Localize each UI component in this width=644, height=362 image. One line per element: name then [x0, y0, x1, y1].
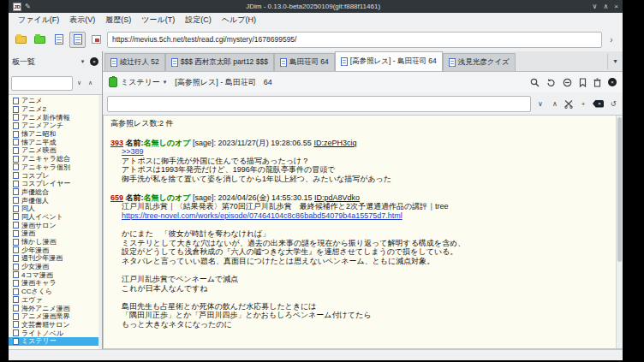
reload-icon[interactable] [546, 78, 556, 87]
post-text-line: かにまた 「彼女が時計を奪わなければ」 [122, 229, 614, 239]
board-document-icon [13, 305, 19, 312]
board-document-icon [13, 131, 19, 138]
app-icon: JD [13, 3, 21, 11]
maximize-button[interactable]: ∧ [603, 3, 608, 10]
url-link[interactable]: https://tree-novel.com/works/episode/074… [122, 211, 614, 221]
title-bar[interactable]: JD ✎ JDim - 0.13.0-beta20250109(git:f888… [9, 0, 623, 13]
post-mail: [sage]: [193, 139, 216, 147]
board-document-icon [13, 296, 19, 303]
sidebar-search-up-icon[interactable]: ∧ [86, 80, 95, 86]
thread-tab[interactable]: [高参照レス] - 島田荘司 64 [335, 51, 443, 71]
post-name-label: 名前: [126, 193, 144, 202]
board-document-icon [13, 321, 19, 328]
post-text-line: 江戸川乱歩賞でペンネームで減点 [122, 275, 614, 284]
anchor-link[interactable]: >>389 [122, 147, 614, 157]
clear-entry-icon[interactable]: × [593, 100, 604, 108]
minimize-button[interactable]: ∨ [593, 3, 598, 10]
board-document-icon [13, 313, 19, 320]
board-document-icon [13, 147, 19, 154]
post-id-link[interactable]: ID:zePH3ciq [313, 139, 356, 147]
image-view-button[interactable] [88, 32, 104, 48]
sidebar-close-icon[interactable]: × [90, 57, 98, 66]
thread-tab[interactable]: $$$ 西村京太郎 part12 $$$ [165, 53, 274, 71]
board-document-icon [13, 197, 19, 204]
sidebar-filter-input[interactable] [11, 76, 73, 91]
desktop-background: JD ✎ JDim - 0.13.0-beta20250109(git:f888… [0, 0, 644, 362]
board-document-icon [13, 106, 19, 113]
folder-yellow-icon [15, 36, 27, 44]
tab-overflow-icon[interactable]: ▾ [607, 54, 623, 69]
post-datetime: 2023/11/27(月) 19:28:06.55 [218, 139, 311, 147]
board-document-icon [13, 172, 19, 179]
thread-search-row: ∨ ∧ + × ↺ [103, 92, 623, 115]
board-document-icon [13, 181, 19, 187]
close-thread-icon[interactable]: × [608, 78, 617, 86]
scissors-icon[interactable] [564, 99, 574, 109]
jdim-window: JD ✎ JDim - 0.13.0-beta20250109(git:f888… [9, 0, 623, 360]
chevron-down-icon[interactable]: ▾ [164, 79, 167, 86]
thread-scrollbar[interactable] [616, 116, 623, 348]
menu-item-3[interactable]: ツール(T) [137, 14, 179, 27]
post-id-link[interactable]: ID:pdA8Vdko [314, 193, 360, 202]
thread-tab[interactable]: 浅見光彦クイズ [443, 53, 516, 71]
trash-icon[interactable] [593, 78, 601, 87]
board-document-icon [13, 264, 19, 270]
search-icon[interactable] [530, 78, 540, 87]
post-number-link[interactable]: 659 [110, 193, 123, 202]
menu-item-2[interactable]: 履歴(S) [101, 14, 135, 27]
thread-view: 高参照レス数:2 件393 名前:名無しのオプ [sage]: 2023/11/… [103, 115, 623, 349]
open-board-list-button[interactable] [13, 32, 29, 48]
board-name-dropdown[interactable]: ミステリー [121, 77, 160, 88]
menu-item-0[interactable]: ファイル(F) [14, 14, 63, 27]
thread-search-input[interactable] [107, 96, 531, 112]
url-go-button[interactable]: › [605, 32, 618, 48]
board-document-icon [13, 222, 19, 228]
window-controls: ∨ ∧ × [593, 3, 618, 10]
post-number-link[interactable]: 393 [110, 139, 123, 147]
tab-label: 島田荘司 64 [289, 57, 329, 68]
thread-title: [高参照レス] - 島田荘司 64 [175, 77, 271, 88]
post-text-line: 「隅田川正歩」とか「芦田川四歩」とかおもしろペンネーム付けてたら [122, 311, 614, 320]
status-bar [9, 349, 623, 360]
search-down-icon[interactable]: ∨ [535, 100, 546, 108]
board-list-item[interactable]: ミステリー [9, 337, 102, 346]
board-document-icon [13, 255, 19, 262]
tab-document-icon [341, 57, 348, 66]
sidebar-dropdown-icon[interactable]: ▾ [78, 58, 87, 65]
main-pane: 綾辻行人 52$$$ 西村京太郎 part12 $$$島田荘司 64[高参照レス… [103, 51, 623, 349]
add-filter-icon[interactable]: + [578, 100, 588, 108]
board-document-icon [13, 288, 19, 295]
menu-item-5[interactable]: ヘルプ(H) [218, 14, 260, 27]
open-favorites-button[interactable] [32, 32, 48, 48]
thread-view-button[interactable] [69, 32, 86, 48]
board-list: アニメアニメ2アニメ新作情報アニメアンチ懐アニ昭和懐アニ平成アニメ映画アニキャラ… [9, 94, 102, 349]
close-button[interactable]: × [614, 3, 618, 10]
stop-icon[interactable] [563, 78, 572, 87]
board-document-icon [13, 230, 19, 237]
bookmark-icon[interactable] [579, 78, 587, 87]
post-text-line: ミステリとして大きな穴はないが、過去の出来事の謎を現在から振り返って解明する構成… [122, 239, 614, 248]
tab-document-icon [110, 58, 117, 67]
board-favicon-icon [109, 77, 117, 87]
thread-tab[interactable]: 島田荘司 64 [274, 53, 335, 71]
sidebar-scrollbar[interactable] [98, 95, 102, 349]
thread-summary: 高参照レス数:2 件 [110, 119, 614, 128]
undo-icon[interactable]: ↺ [608, 100, 618, 108]
scrollbar-thumb[interactable] [617, 117, 622, 262]
pin-icon[interactable]: ✎ [25, 3, 31, 10]
url-input[interactable] [107, 32, 602, 48]
menu-item-4[interactable]: 設定(C) [181, 14, 216, 27]
board-document-icon [13, 329, 19, 336]
sidebar-search-row: ∨ ∧ [9, 72, 102, 94]
thread-tab[interactable]: 綾辻行人 52 [104, 53, 165, 71]
image-icon [92, 35, 101, 44]
search-up-icon[interactable]: ∧ [550, 100, 560, 108]
post-datetime: 2024/04/26(金) 14:55:30.15 [218, 193, 312, 202]
board-view-button[interactable] [51, 32, 67, 48]
menu-item-1[interactable]: 表示(V) [65, 14, 99, 27]
sidebar-search-down-icon[interactable]: ∨ [75, 80, 84, 86]
board-document-icon [13, 114, 19, 121]
board-document-icon [13, 98, 19, 104]
post-name: 名無しのオプ [144, 139, 191, 147]
post-name-label: 名前: [126, 139, 144, 147]
